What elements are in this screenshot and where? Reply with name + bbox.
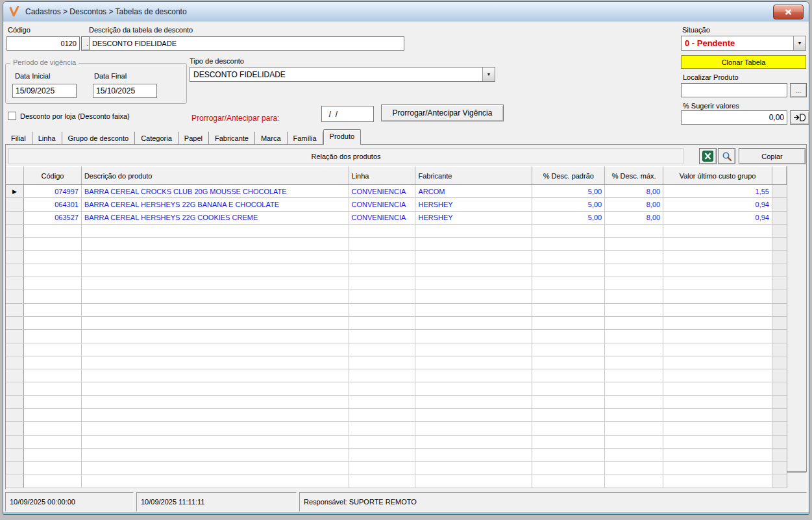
grid-cell-descricao (82, 422, 349, 434)
tab-linha[interactable]: Linha (32, 132, 62, 145)
tab-fabricante[interactable]: Fabricante (209, 132, 255, 145)
grid-row-empty[interactable] (6, 369, 787, 382)
grid-cell-codigo (24, 343, 82, 356)
descricao-input[interactable] (89, 36, 404, 51)
close-icon (785, 9, 792, 15)
grid-row-empty[interactable] (6, 462, 787, 475)
sugerir-valores-label: % Sugerir valores (683, 102, 739, 110)
grid-cell-codigo (24, 251, 82, 263)
grid-row-empty[interactable] (6, 382, 787, 395)
grid-row-empty[interactable] (6, 330, 787, 343)
grid-row-empty[interactable] (6, 317, 787, 330)
grid-cell-linha: CONVENIENCIA (349, 198, 416, 210)
codigo-input[interactable] (6, 36, 80, 51)
data-final-input[interactable] (93, 84, 157, 98)
grid-cell-desc_max (605, 449, 663, 461)
status-updated-text: 10/09/2025 11:11:11 (141, 498, 204, 506)
export-excel-button[interactable] (699, 148, 717, 164)
situacao-value: 0 - Pendente (682, 36, 793, 50)
tab-família[interactable]: Família (288, 132, 323, 145)
grid-right-spacer (772, 396, 787, 408)
grid-row-empty[interactable] (6, 449, 787, 462)
row-selector-cell (6, 225, 24, 237)
grid-row-empty[interactable] (6, 290, 787, 303)
copiar-button[interactable]: Copiar (739, 148, 806, 164)
grid-header-descricao: Descrição do produto (82, 166, 349, 184)
grid-row-empty[interactable] (6, 277, 787, 290)
chevron-down-icon[interactable]: ▼ (793, 36, 806, 50)
grid-cell-valor (663, 317, 772, 329)
grid-row-empty[interactable] (6, 409, 787, 422)
grid-cell-desc_max (605, 238, 663, 250)
grid-cell-valor (663, 369, 772, 382)
grid-cell-desc_max (605, 264, 663, 277)
grid-cell-desc_max: 8,00 (605, 212, 663, 224)
close-button[interactable] (773, 5, 804, 19)
grid-right-spacer (772, 238, 787, 250)
situacao-combobox[interactable]: 0 - Pendente ▼ (681, 36, 806, 51)
search-grid-button[interactable] (718, 148, 735, 164)
grid-right-spacer (772, 225, 787, 237)
grid-cell-codigo (24, 238, 82, 250)
tab-grupo-de-desconto[interactable]: Grupo de desconto (62, 132, 136, 145)
tab-marca[interactable]: Marca (255, 132, 288, 145)
desconto-por-loja-checkbox[interactable] (8, 112, 16, 120)
grid-cell-valor (663, 396, 772, 408)
grid-right-spacer (772, 475, 787, 488)
grid-cell-valor (663, 422, 772, 434)
grid-cell-codigo (24, 475, 82, 488)
grid-cell-descricao (82, 290, 349, 303)
localizar-browse-button[interactable]: ... (790, 83, 807, 97)
tipo-desconto-combobox[interactable]: DESCONTO FIDELIDADE ▼ (190, 67, 495, 82)
grid-cell-descricao (82, 409, 349, 421)
grid-cell-codigo (24, 356, 82, 369)
row-selector-cell (6, 277, 24, 290)
tab-categoria[interactable]: Categoria (135, 132, 178, 145)
grid-row-empty[interactable] (6, 264, 787, 277)
grid-row-empty[interactable] (6, 251, 787, 264)
grid-header-desc_max: % Desc. máx. (605, 166, 663, 184)
clonar-tabela-button[interactable]: Clonar Tabela (681, 55, 806, 69)
grid-cell-desc_padrao (532, 277, 605, 290)
prorrogar-date-input[interactable] (321, 106, 374, 122)
descricao-label: Descrição da tabela de desconto (89, 26, 193, 34)
grid-cell-desc_padrao (532, 343, 605, 356)
row-selector-cell (6, 330, 24, 342)
grid-row-063527[interactable]: 063527BARRA CEREAL HERSHEYS 22G COOKIES … (6, 212, 787, 225)
grid-cell-valor (663, 251, 772, 263)
grid-row-empty[interactable] (6, 422, 787, 435)
grid-cell-fabricante (415, 330, 532, 342)
apply-percent-button[interactable] (790, 110, 809, 125)
titlebar[interactable]: Cadastros > Descontos > Tabelas de desco… (3, 2, 809, 21)
row-selector-cell (6, 264, 24, 277)
grid-cell-desc_padrao (532, 436, 605, 448)
grid-row-empty[interactable] (6, 225, 787, 238)
grid-row-empty[interactable] (6, 436, 787, 449)
prorrogar-vigencia-button[interactable]: Prorrogar/Antecipar Vigência (381, 105, 504, 121)
grid-row-empty[interactable] (6, 304, 787, 317)
grid-row-074997[interactable]: ▶074997BARRA CEREAL CROCKS CLUB 20G MOUS… (6, 185, 787, 198)
grid-row-064301[interactable]: 064301BARRA CEREAL HERSHEYS 22G BANANA E… (6, 198, 787, 211)
chevron-down-icon[interactable]: ▼ (482, 68, 495, 81)
grid-cell-fabricante (415, 449, 532, 461)
localizar-produto-input[interactable] (681, 83, 787, 97)
row-selector-cell (6, 422, 24, 434)
data-inicial-input[interactable] (12, 84, 77, 98)
tab-papel[interactable]: Papel (178, 132, 209, 145)
sugerir-valores-input[interactable] (681, 110, 787, 125)
tab-produto[interactable]: Produto (323, 129, 362, 145)
status-updated: 10/09/2025 11:11:11 (136, 492, 297, 512)
grid-row-empty[interactable] (6, 396, 787, 409)
grid-row-empty[interactable] (6, 238, 787, 251)
app-window: Cadastros > Descontos > Tabelas de desco… (3, 1, 809, 515)
grid-row-empty[interactable] (6, 475, 787, 488)
grid-cell-valor (663, 449, 772, 461)
grid-row-empty[interactable] (6, 356, 787, 369)
grid-cell-fabricante (415, 369, 532, 382)
desconto-por-loja-label: Desconto por loja (Desconto faixa) (20, 112, 130, 120)
grid-row-empty[interactable] (6, 343, 787, 356)
grid-cell-descricao (82, 251, 349, 263)
tab-filial[interactable]: Filial (5, 132, 32, 145)
grid-cell-desc_max (605, 330, 663, 342)
grid-cell-fabricante: HERSHEY (415, 212, 532, 224)
